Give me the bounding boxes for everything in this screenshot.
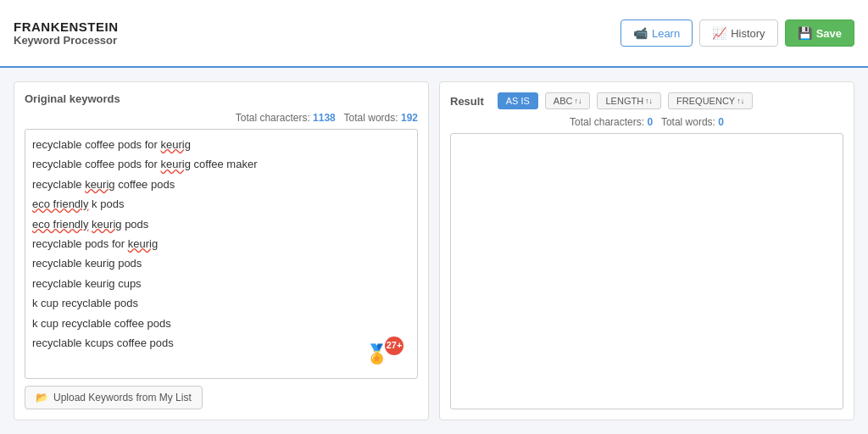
sort-length-label: LENGTH [605,96,643,106]
save-button-label: Save [816,27,842,40]
result-title: Result [450,95,484,108]
sort-length-button[interactable]: LENGTH ↑↓ [597,92,661,109]
sort-as-is-label: AS IS [506,96,530,106]
list-item: recyclable keurig pods [32,253,410,273]
left-chars-label: Total characters: [236,112,310,124]
header: FRANKENSTEIN Keyword Processor 📹 Learn 📈… [0,0,868,68]
left-panel-title: Original keywords [25,92,418,105]
frequency-arrows-icon: ↑↓ [737,97,744,105]
left-words-label: Total words: [344,112,398,124]
list-item: recyclable keurig coffee pods [32,175,410,194]
sort-abc-button[interactable]: ABC ↑↓ [545,92,591,109]
save-icon: 💾 [798,26,812,40]
underlined-word: keurig [161,138,191,151]
sort-frequency-button[interactable]: FREQUENCY ↑↓ [668,92,753,109]
badge-count: 27+ [385,337,403,355]
sort-as-is-button[interactable]: AS IS [498,92,538,109]
list-item: k cup recyclable pods [32,293,410,313]
result-area[interactable] [450,133,843,409]
left-words-value: 192 [401,112,418,124]
chart-icon: 📈 [712,26,726,40]
upload-icon: 📂 [36,392,48,403]
right-panel: Result AS IS ABC ↑↓ LENGTH ↑↓ FREQUENCY … [439,81,854,420]
save-button[interactable]: 💾 Save [785,19,854,47]
right-chars-label: Total characters: [570,116,644,128]
list-item: recyclable kcups coffee pods [32,333,410,353]
underlined-word: keurig [128,237,158,250]
list-item: k cup recyclable coffee pods [32,314,410,333]
right-chars-value: 0 [647,116,653,128]
history-button-label: History [731,27,765,40]
length-arrows-icon: ↑↓ [645,97,653,105]
emoji-badge-container: 🏅 27+ [365,337,410,371]
right-words-label: Total words: [661,116,715,128]
underlined-word: keurig [92,218,121,231]
underlined-word: eco friendly [32,218,88,231]
list-item: eco friendly k pods [32,194,410,214]
list-item: recyclable coffee pods for keurig coffee… [32,154,410,174]
underlined-word: keurig [161,158,191,170]
keywords-textarea[interactable]: recyclable coffee pods for keurigrecycla… [25,129,418,379]
video-icon: 📹 [633,26,648,40]
underlined-word: eco friendly [32,198,88,210]
header-actions: 📹 Learn 📈 History 💾 Save [620,19,854,47]
upload-button-label: Upload Keywords from My List [53,392,192,403]
sort-frequency-label: FREQUENCY [676,96,735,106]
history-button[interactable]: 📈 History [699,19,777,47]
app-title: FRANKENSTEIN Keyword Processor [14,19,119,47]
list-item: recyclable keurig cups [32,274,410,293]
main-content: Original keywords Total characters: 1138… [0,68,868,434]
abc-arrows-icon: ↑↓ [574,97,581,105]
list-item: recyclable coffee pods for keurig [32,135,410,154]
left-panel: Original keywords Total characters: 1138… [14,81,429,420]
list-item: eco friendly keurig pods [32,214,410,234]
sort-abc-label: ABC [554,96,573,106]
right-panel-stats: Total characters: 0 Total words: 0 [450,116,843,128]
learn-button[interactable]: 📹 Learn [620,19,693,47]
list-item: recyclable pods for keurig [32,234,410,253]
left-panel-stats: Total characters: 1138 Total words: 192 [25,112,418,124]
app-title-main: FRANKENSTEIN [14,19,119,34]
left-chars-value: 1138 [313,112,336,124]
app-title-sub: Keyword Processor [14,34,119,47]
underlined-word: keurig [85,178,114,191]
result-header: Result AS IS ABC ↑↓ LENGTH ↑↓ FREQUENCY … [450,92,843,109]
upload-keywords-button[interactable]: 📂 Upload Keywords from My List [25,386,203,409]
learn-button-label: Learn [652,27,680,40]
right-words-value: 0 [718,116,724,128]
